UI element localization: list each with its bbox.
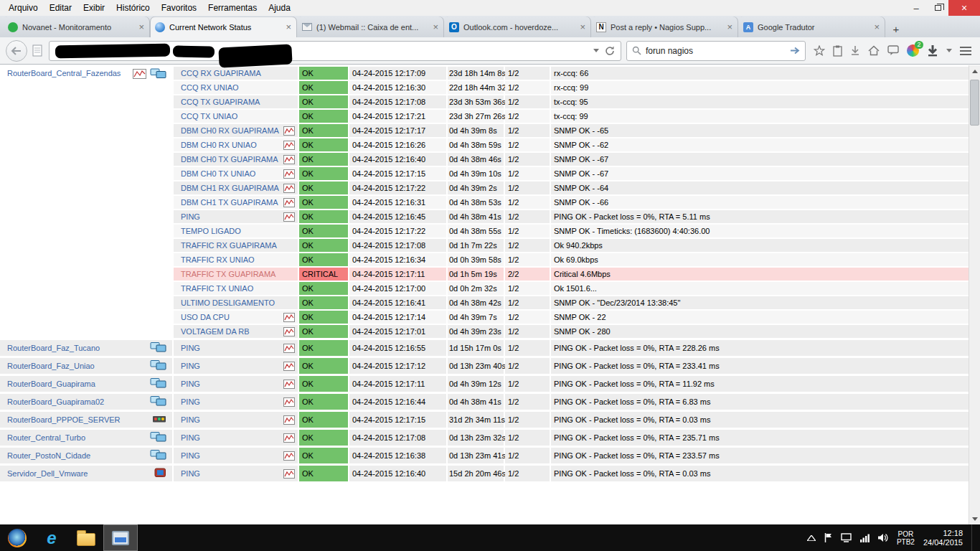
service-link[interactable]: TEMPO LIGADO — [181, 227, 241, 235]
service-graph-icon[interactable] — [281, 184, 295, 193]
url-bar[interactable] — [49, 41, 621, 61]
tab-outlook-com-hoverdoze[interactable]: OOutlook.com - hoverdoze...× — [444, 17, 591, 37]
service-graph-icon[interactable] — [281, 198, 295, 207]
host-link[interactable]: RouterBoard_Guapirama02 — [7, 397, 104, 406]
tab-close-icon[interactable]: × — [138, 22, 145, 32]
service-graph-icon[interactable] — [281, 313, 295, 322]
service-graph-icon[interactable] — [281, 155, 295, 164]
host-link[interactable]: RouterBoard_Guapirama — [7, 380, 95, 388]
reload-icon[interactable] — [605, 46, 615, 56]
tab-close-icon[interactable]: × — [873, 22, 880, 32]
service-link[interactable]: PING — [181, 380, 200, 388]
taskbar-clock[interactable]: 12:18 24/04/2015 — [923, 529, 963, 547]
service-graph-icon[interactable] — [281, 141, 295, 150]
scroll-thumb[interactable] — [970, 80, 979, 126]
tray-display-icon[interactable] — [841, 533, 852, 542]
routers-icon[interactable] — [150, 342, 166, 354]
service-link[interactable]: CCQ TX UNIAO — [181, 112, 237, 121]
service-link[interactable]: PING — [181, 212, 200, 221]
host-link[interactable]: RouterBoard_Faz_Uniao — [7, 362, 95, 370]
service-link[interactable]: USO DA CPU — [181, 313, 230, 321]
back-button[interactable] — [6, 40, 27, 62]
bookmark-star-icon[interactable] — [814, 45, 825, 56]
service-link[interactable]: TRAFFIC RX GUAPIRAMA — [181, 241, 277, 250]
tab-post-a-reply-nagios-supp[interactable]: NPost a reply • Nagios Supp...× — [591, 17, 738, 37]
tab-current-network-status[interactable]: Current Network Status× — [150, 17, 297, 37]
service-link[interactable]: PING — [181, 397, 200, 406]
close-button[interactable]: × — [948, 0, 980, 16]
server-icon[interactable] — [154, 468, 166, 479]
host-link[interactable]: Router_PostoN_Cidade — [7, 451, 90, 460]
tab-close-icon[interactable]: × — [432, 22, 439, 32]
service-link[interactable]: DBM CH0 TX GUAPIRAMA — [181, 155, 278, 164]
menu-arquivo[interactable]: Arquivo — [3, 1, 44, 15]
menu-icon[interactable] — [960, 47, 971, 55]
routers-icon[interactable] — [150, 450, 166, 462]
service-link[interactable]: TRAFFIC RX UNIAO — [181, 255, 255, 264]
vertical-scrollbar[interactable] — [969, 65, 980, 524]
scroll-down-button[interactable] — [969, 513, 980, 524]
home-icon[interactable] — [868, 45, 880, 56]
download-arrow-icon[interactable] — [850, 45, 860, 56]
service-link[interactable]: PING — [181, 344, 200, 352]
routers-icon[interactable] — [150, 378, 166, 390]
taskbar-firefox-button[interactable] — [0, 524, 34, 551]
service-link[interactable]: DBM CH0 TX UNIAO — [181, 169, 255, 178]
restore-button[interactable] — [927, 0, 948, 16]
service-graph-icon[interactable] — [281, 362, 295, 371]
service-link[interactable]: DBM CH1 RX GUAPIRAMA — [181, 184, 279, 192]
taskbar-ie-button[interactable]: e — [34, 524, 69, 551]
show-desktop-button[interactable] — [971, 524, 977, 551]
trend-icon[interactable] — [133, 69, 146, 80]
service-link[interactable]: TRAFFIC TX GUAPIRAMA — [181, 270, 275, 278]
service-link[interactable]: DBM CH1 TX GUAPIRAMA — [181, 198, 278, 207]
service-link[interactable]: PING — [181, 451, 200, 460]
host-link[interactable]: Router_Central_Turbo — [7, 433, 85, 442]
host-link[interactable]: RouterBoard_Central_Fazendas — [7, 69, 121, 77]
service-graph-icon[interactable] — [281, 469, 295, 479]
clipboard-icon[interactable] — [833, 45, 842, 57]
menu-exibir[interactable]: Exibir — [77, 1, 110, 15]
routers-icon[interactable] — [150, 432, 166, 444]
new-tab-button[interactable]: + — [887, 20, 905, 37]
tab-close-icon[interactable]: × — [579, 22, 586, 32]
service-graph-icon[interactable] — [281, 212, 295, 222]
service-link[interactable]: VOLTAGEM DA RB — [181, 327, 250, 336]
service-graph-icon[interactable] — [281, 126, 295, 136]
routers-icon[interactable] — [150, 360, 166, 372]
service-link[interactable]: PING — [181, 433, 200, 442]
service-link[interactable]: CCQ TX GUAPIRAMA — [181, 98, 260, 106]
tab-google-tradutor[interactable]: AGoogle Tradutor× — [738, 17, 885, 37]
search-input[interactable] — [646, 46, 786, 56]
minimize-button[interactable]: – — [905, 0, 927, 16]
service-graph-icon[interactable] — [281, 169, 295, 179]
menu-historico[interactable]: Histórico — [110, 1, 156, 15]
scroll-up-button[interactable] — [969, 65, 980, 77]
tray-up-arrow-icon[interactable] — [807, 535, 816, 541]
taskbar-explorer-button[interactable] — [69, 524, 103, 551]
tab-close-icon[interactable]: × — [726, 22, 733, 32]
download-caret-icon[interactable] — [946, 49, 952, 52]
host-link[interactable]: RouterBoard_PPPOE_SERVER — [7, 415, 121, 424]
service-link[interactable]: DBM CH0 RX GUAPIRAMA — [181, 126, 279, 135]
taskbar-app-button[interactable] — [103, 524, 138, 551]
tab-1-webmail-caixa-de-ent[interactable]: (1) Webmail :: Caixa de ent...× — [297, 17, 444, 37]
tab-close-icon[interactable]: × — [285, 22, 292, 32]
service-graph-icon[interactable] — [281, 380, 295, 389]
addons-icon[interactable]: 2 — [907, 44, 919, 57]
service-graph-icon[interactable] — [281, 344, 295, 353]
service-link[interactable]: PING — [181, 415, 200, 424]
menu-ajuda[interactable]: Ajuda — [263, 1, 296, 15]
service-link[interactable]: ULTIMO DESLIGAMENTO — [181, 298, 275, 307]
search-box[interactable] — [626, 41, 806, 61]
tray-volume-icon[interactable] — [878, 533, 888, 542]
tab-novanet-monitoramento[interactable]: Novanet - Monitoramento× — [3, 17, 150, 37]
urlbar-dropdown-icon[interactable] — [593, 49, 599, 52]
page-icon[interactable] — [32, 44, 44, 57]
service-graph-icon[interactable] — [281, 433, 295, 443]
big-download-icon[interactable] — [927, 44, 938, 57]
service-link[interactable]: CCQ RX UNIAO — [181, 83, 239, 92]
service-link[interactable]: PING — [181, 469, 200, 478]
pppoe-icon[interactable] — [152, 414, 166, 425]
menu-favoritos[interactable]: Favoritos — [156, 1, 202, 15]
